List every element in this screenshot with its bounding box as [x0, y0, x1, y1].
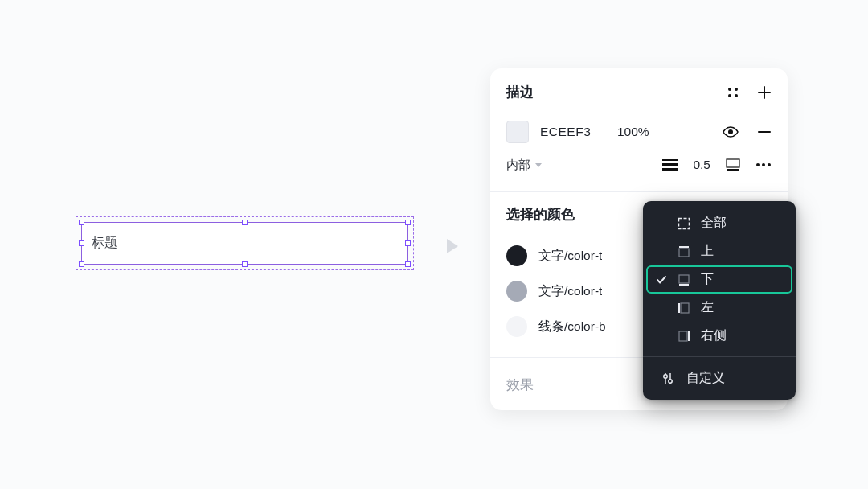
- resize-handle-bm[interactable]: [242, 261, 248, 267]
- styles-icon[interactable]: [727, 86, 739, 99]
- stroke-color-row: ECEEF3 100%: [506, 116, 772, 148]
- resize-handle-ml[interactable]: [79, 240, 84, 246]
- border-right-icon: [677, 330, 691, 343]
- option-label: 全部: [701, 215, 783, 232]
- color-label: 文字/color-t: [538, 248, 602, 265]
- option-label: 下: [701, 271, 783, 288]
- element-label: 标题: [92, 236, 117, 249]
- svg-point-4: [728, 129, 733, 134]
- stroke-weight-value[interactable]: 0.5: [693, 158, 710, 172]
- svg-point-10: [756, 163, 760, 166]
- svg-rect-15: [679, 246, 689, 248]
- svg-point-1: [735, 88, 738, 91]
- stroke-side-custom[interactable]: 自定义: [643, 364, 796, 392]
- svg-point-11: [762, 163, 765, 166]
- svg-point-23: [664, 374, 667, 377]
- svg-rect-9: [727, 169, 739, 171]
- stroke-opacity-value[interactable]: 100%: [617, 125, 674, 139]
- stroke-side-option-top[interactable]: 上: [643, 237, 796, 265]
- border-top-icon: [677, 245, 691, 258]
- border-bottom-icon: [677, 273, 691, 286]
- settings-sliders-icon: [661, 372, 675, 385]
- check-icon: [656, 274, 667, 286]
- resize-handle-bl[interactable]: [79, 261, 84, 267]
- svg-point-2: [728, 94, 731, 97]
- stroke-side-option-right[interactable]: 右侧: [643, 322, 796, 350]
- svg-point-3: [735, 94, 738, 97]
- stroke-side-option-left[interactable]: 左: [643, 294, 796, 322]
- svg-rect-16: [679, 275, 689, 283]
- custom-label: 自定义: [686, 370, 725, 387]
- resize-handle-tr[interactable]: [405, 220, 411, 225]
- svg-point-0: [728, 88, 731, 91]
- border-left-icon: [677, 302, 691, 314]
- option-label: 左: [701, 299, 783, 316]
- svg-rect-7: [662, 168, 678, 171]
- stroke-hex-value[interactable]: ECEEF3: [540, 125, 617, 139]
- stroke-side-menu: 全部 上 下 左: [643, 201, 796, 400]
- resize-handle-tm[interactable]: [242, 220, 248, 225]
- canvas-selected-element[interactable]: 标题: [76, 216, 414, 270]
- color-swatch[interactable]: [506, 245, 527, 266]
- border-all-icon: [677, 217, 691, 230]
- svg-rect-6: [662, 163, 678, 166]
- arrow-right-icon: [447, 239, 458, 253]
- color-label: 文字/color-t: [538, 283, 602, 300]
- stroke-more-button[interactable]: [755, 162, 772, 167]
- svg-rect-8: [727, 159, 739, 167]
- svg-point-25: [669, 379, 672, 382]
- svg-rect-17: [679, 284, 689, 286]
- stroke-section-title: 描边: [506, 83, 534, 101]
- remove-stroke-button[interactable]: [757, 125, 772, 139]
- stroke-side-option-bottom[interactable]: 下: [646, 265, 792, 294]
- svg-rect-20: [679, 331, 687, 341]
- color-label: 线条/color-b: [538, 318, 606, 335]
- color-swatch[interactable]: [506, 316, 527, 337]
- color-swatch[interactable]: [506, 281, 527, 302]
- stroke-side-button[interactable]: [725, 158, 741, 172]
- option-label: 上: [701, 243, 783, 260]
- resize-handle-tl[interactable]: [79, 220, 84, 225]
- stroke-section: 描边 ECEEF3 1: [490, 68, 788, 191]
- stroke-position-label: 内部: [506, 158, 530, 173]
- resize-handle-mr[interactable]: [405, 240, 411, 246]
- svg-rect-14: [679, 249, 689, 257]
- svg-rect-13: [679, 218, 690, 228]
- svg-point-12: [768, 163, 771, 166]
- svg-rect-18: [681, 303, 689, 313]
- visibility-toggle[interactable]: [722, 125, 739, 138]
- add-stroke-button[interactable]: [757, 85, 772, 100]
- stroke-position-select[interactable]: 内部: [506, 158, 542, 173]
- svg-rect-21: [688, 331, 690, 341]
- resize-handle-br[interactable]: [405, 261, 411, 267]
- stroke-settings-row: 内部 0.5: [506, 148, 772, 182]
- svg-rect-19: [678, 303, 680, 313]
- svg-rect-5: [662, 159, 678, 161]
- chevron-down-icon: [535, 163, 542, 167]
- stroke-weight-icon[interactable]: [662, 159, 678, 171]
- divider: [643, 356, 796, 357]
- stroke-side-option-all[interactable]: 全部: [643, 209, 796, 237]
- stroke-color-swatch[interactable]: [506, 121, 529, 143]
- option-label: 右侧: [701, 327, 783, 344]
